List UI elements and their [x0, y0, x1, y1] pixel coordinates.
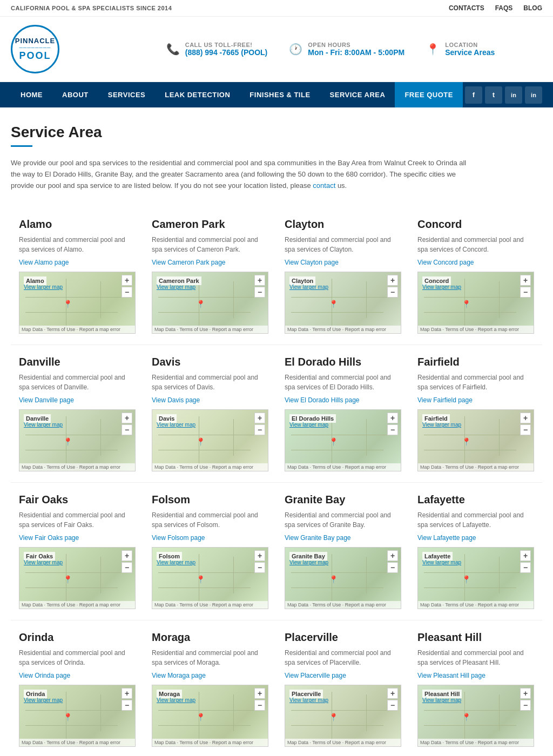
twitter-icon[interactable]: t — [485, 86, 502, 104]
map-zoom-in[interactable]: + — [254, 688, 265, 699]
map-zoom-out[interactable]: − — [254, 424, 265, 435]
map-view-larger[interactable]: View larger map — [422, 697, 461, 703]
service-link[interactable]: View Pleasant Hill page — [417, 672, 534, 679]
map-zoom-out[interactable]: − — [122, 700, 132, 711]
map-road-h2 — [25, 450, 118, 450]
nav-free-quote[interactable]: FREE QUOTE — [395, 82, 463, 107]
map-zoom-out[interactable]: − — [520, 424, 531, 435]
service-item: Orinda Residential and commercial pool a… — [11, 620, 144, 756]
map-zoom-out[interactable]: − — [254, 700, 265, 711]
map-zoom-in[interactable]: + — [122, 275, 132, 286]
nav-about[interactable]: ABOUT — [52, 82, 98, 107]
service-link[interactable]: View Moraga page — [152, 672, 268, 679]
map-road-h2 — [158, 312, 251, 313]
map-view-larger[interactable]: View larger map — [422, 559, 461, 565]
main-nav: HOME ABOUT SERVICES LEAK DETECTION FINIS… — [0, 82, 553, 107]
logo-area: PINNACLE ──────── POOL — [11, 25, 119, 73]
service-item: Concord Residential and commercial pool … — [409, 207, 542, 345]
map-zoom-in[interactable]: + — [387, 275, 398, 286]
service-link[interactable]: View Folsom page — [152, 534, 268, 542]
map-zoom-out[interactable]: − — [520, 562, 531, 573]
map-zoom-in[interactable]: + — [254, 413, 265, 423]
map-view-larger[interactable]: View larger map — [24, 422, 63, 428]
service-link[interactable]: View El Dorado Hills page — [285, 396, 401, 404]
service-desc: Residential and commercial pool and spa … — [19, 510, 136, 530]
location-value[interactable]: Service Areas — [445, 48, 495, 57]
map-view-larger[interactable]: View larger map — [422, 284, 461, 290]
linkedin-icon[interactable]: in — [525, 86, 542, 104]
map-zoom-in[interactable]: + — [122, 413, 132, 423]
map-zoom-in[interactable]: + — [254, 275, 265, 286]
map-view-larger[interactable]: View larger map — [157, 559, 195, 565]
service-link[interactable]: View Concord page — [417, 259, 534, 266]
blog-link[interactable]: BLOG — [523, 4, 542, 12]
map-road-v2 — [233, 419, 234, 456]
map-pin: 📍 — [329, 300, 338, 308]
map-zoom-in[interactable]: + — [387, 550, 398, 561]
map-zoom-out[interactable]: − — [122, 287, 132, 298]
service-link[interactable]: View Granite Bay page — [285, 534, 401, 542]
service-link[interactable]: View Placerville page — [285, 672, 401, 679]
map-zoom-out[interactable]: − — [520, 700, 531, 711]
map-zoom-out[interactable]: − — [254, 562, 265, 573]
map-view-larger[interactable]: View larger map — [24, 284, 63, 290]
social-links: f t in in — [465, 86, 542, 104]
map-view-larger[interactable]: View larger map — [24, 559, 63, 565]
map-zoom-in[interactable]: + — [122, 550, 132, 561]
map-zoom-in[interactable]: + — [520, 413, 531, 423]
phone-value[interactable]: (888) 994 -7665 (POOL) — [185, 48, 268, 57]
map-zoom-out[interactable]: − — [387, 562, 398, 573]
service-link[interactable]: View Cameron Park page — [152, 259, 268, 266]
map-footer: Map Data · Terms of Use · Report a map e… — [19, 739, 135, 746]
facebook-icon[interactable]: f — [465, 86, 482, 104]
map-view-larger[interactable]: View larger map — [289, 422, 328, 428]
map-view-larger[interactable]: View larger map — [289, 697, 328, 703]
service-link[interactable]: View Fair Oaks page — [19, 534, 136, 542]
service-name: Fair Oaks — [19, 494, 136, 506]
map-view-larger[interactable]: View larger map — [289, 284, 328, 290]
map-zoom-out[interactable]: − — [520, 287, 531, 298]
map-view-larger[interactable]: View larger map — [422, 422, 461, 428]
map-zoom-in[interactable]: + — [520, 688, 531, 699]
nav-services[interactable]: SERVICES — [98, 82, 156, 107]
contact-link[interactable]: contact — [313, 181, 335, 190]
map-zoom-out[interactable]: − — [387, 287, 398, 298]
instagram-icon[interactable]: in — [505, 86, 522, 104]
map-zoom-out[interactable]: − — [387, 424, 398, 435]
service-link[interactable]: View Lafayette page — [417, 534, 534, 542]
contacts-link[interactable]: CONTACTS — [449, 4, 484, 12]
map-background: Clayton View larger map 📍 + − Map Data ·… — [285, 272, 401, 333]
service-link[interactable]: View Danville page — [19, 396, 136, 404]
service-desc: Residential and commercial pool and spa … — [19, 235, 136, 254]
map-view-larger[interactable]: View larger map — [24, 697, 63, 703]
service-link[interactable]: View Davis page — [152, 396, 268, 404]
service-link[interactable]: View Orinda page — [19, 672, 136, 679]
nav-service-area[interactable]: SERVICE AREA — [320, 82, 395, 107]
map-zoom-out[interactable]: − — [122, 424, 132, 435]
service-link[interactable]: View Clayton page — [285, 259, 401, 266]
nav-leak-detection[interactable]: LEAK DETECTION — [155, 82, 240, 107]
map-pin: 📍 — [63, 300, 72, 308]
map-view-larger[interactable]: View larger map — [289, 559, 328, 565]
map-zoom-out[interactable]: − — [122, 562, 132, 573]
map-zoom-in[interactable]: + — [254, 550, 265, 561]
nav-home[interactable]: HOME — [11, 82, 52, 107]
map-view-larger[interactable]: View larger map — [157, 284, 195, 290]
map-zoom-in[interactable]: + — [520, 550, 531, 561]
service-desc: Residential and commercial pool and spa … — [417, 510, 534, 530]
map-zoom-out[interactable]: − — [387, 700, 398, 711]
map-road-v2 — [366, 694, 367, 731]
map-zoom-in[interactable]: + — [387, 688, 398, 699]
map-road-h — [291, 297, 395, 298]
map-zoom-out[interactable]: − — [254, 287, 265, 298]
faqs-link[interactable]: FAQS — [495, 4, 513, 12]
map-zoom-in[interactable]: + — [387, 413, 398, 423]
map-view-larger[interactable]: View larger map — [157, 697, 195, 703]
map-zoom-in[interactable]: + — [122, 688, 132, 699]
service-link[interactable]: View Alamo page — [19, 259, 136, 266]
map-view-larger[interactable]: View larger map — [157, 422, 195, 428]
nav-finishes-tile[interactable]: FINISHES & TILE — [240, 82, 320, 107]
map-road-h2 — [25, 312, 118, 313]
map-zoom-in[interactable]: + — [520, 275, 531, 286]
service-link[interactable]: View Fairfield page — [417, 396, 534, 404]
